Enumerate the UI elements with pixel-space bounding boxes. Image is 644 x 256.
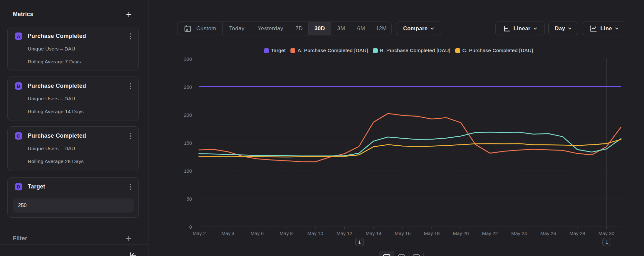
svg-text:May 8: May 8	[279, 231, 293, 236]
svg-text:50: 50	[186, 196, 192, 202]
svg-text:150: 150	[184, 140, 192, 146]
svg-text:May 16: May 16	[395, 231, 411, 236]
svg-text:May 20: May 20	[453, 231, 469, 236]
svg-text:May 18: May 18	[424, 231, 440, 236]
svg-text:May 2: May 2	[193, 231, 206, 236]
svg-text:May 4: May 4	[222, 231, 235, 236]
svg-text:May 12: May 12	[336, 231, 352, 236]
svg-text:0: 0	[189, 224, 192, 230]
svg-text:May 14: May 14	[365, 231, 381, 236]
svg-text:200: 200	[184, 112, 192, 118]
svg-text:300: 300	[184, 56, 192, 62]
svg-text:May 22: May 22	[482, 231, 498, 236]
svg-text:250: 250	[184, 84, 192, 90]
svg-text:May 6: May 6	[251, 231, 264, 236]
svg-text:May 28: May 28	[569, 231, 585, 236]
svg-text:May 10: May 10	[308, 231, 323, 236]
svg-text:100: 100	[184, 168, 192, 174]
svg-text:May 30: May 30	[599, 231, 614, 236]
svg-text:May 26: May 26	[540, 231, 556, 236]
svg-text:May 24: May 24	[511, 231, 527, 236]
